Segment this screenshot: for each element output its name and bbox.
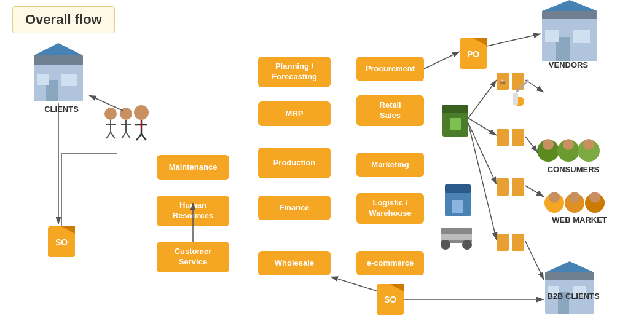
svg-rect-25 [48,226,75,257]
svg-point-53 [462,240,472,250]
svg-marker-4 [34,43,83,55]
svg-rect-58 [497,129,509,146]
svg-point-70 [544,193,564,213]
svg-rect-57 [512,73,524,90]
svg-text:SO: SO [384,295,396,304]
svg-line-17 [126,132,130,138]
wholesale-button[interactable]: Wholesale [258,251,331,275]
production-button[interactable]: Production [258,148,331,178]
svg-rect-34 [542,11,597,19]
svg-line-93 [525,241,544,280]
svg-rect-5 [46,80,58,101]
procurement-button[interactable]: Procurement [356,57,424,81]
customer-service-button[interactable]: CustomerService [157,242,229,272]
svg-line-42 [487,34,541,46]
svg-rect-6 [61,74,77,86]
svg-line-89 [468,123,497,240]
hr-button[interactable]: HumanResources [157,196,229,226]
svg-line-24 [89,95,123,111]
svg-rect-36 [556,37,570,61]
svg-line-16 [122,132,126,138]
page-title: Overall flow [25,12,102,28]
svg-point-18 [134,105,149,120]
svg-rect-33 [542,15,597,61]
svg-text:📦: 📦 [500,79,506,85]
svg-rect-2 [34,61,83,101]
svg-line-88 [468,123,497,184]
svg-rect-49 [445,184,471,193]
retail-sales-button[interactable]: RetailSales [356,95,424,126]
svg-line-11 [106,132,111,138]
svg-rect-61 [512,178,524,196]
svg-point-52 [441,240,450,250]
svg-line-12 [111,132,115,138]
svg-point-8 [104,108,117,120]
marketing-button[interactable]: Marketing [356,153,424,177]
svg-point-47 [514,97,524,106]
svg-rect-3 [34,55,83,65]
consumers-label: CONSUMERS [540,165,607,174]
svg-marker-41 [473,38,487,46]
svg-line-86 [468,118,497,135]
logistic-button[interactable]: Logistic /Warehouse [356,193,424,224]
svg-marker-27 [61,226,75,234]
svg-line-43 [424,52,460,69]
svg-rect-7 [37,74,49,85]
svg-point-68 [578,140,600,162]
svg-text:SO: SO [55,237,68,247]
mrp-button[interactable]: MRP [258,101,331,126]
svg-point-72 [565,193,584,213]
svg-rect-44 [442,111,468,137]
svg-point-64 [537,140,559,162]
svg-point-65 [543,139,554,150]
svg-line-91 [525,137,538,153]
maintenance-button[interactable]: Maintenance [157,155,229,180]
planning-forecasting-button[interactable]: Planning /Forecasting [258,57,331,87]
svg-rect-39 [460,38,487,69]
clients-label: CLIENTS [31,105,92,114]
svg-rect-50 [452,200,463,213]
svg-rect-54 [441,234,472,240]
svg-rect-63 [512,234,524,251]
title-box: Overall flow [12,6,115,33]
svg-line-22 [141,134,146,140]
svg-point-66 [557,140,579,162]
svg-marker-84 [390,284,404,291]
svg-point-67 [563,139,574,150]
svg-rect-95 [513,93,518,105]
svg-point-75 [589,192,600,203]
svg-rect-82 [377,284,404,315]
svg-rect-45 [442,105,468,113]
finance-button[interactable]: Finance [258,196,331,220]
b2bclients-label: B2B CLIENTS [540,291,607,301]
svg-rect-37 [573,30,590,43]
svg-rect-51 [441,228,472,243]
svg-marker-78 [545,261,594,272]
svg-marker-35 [542,0,597,11]
svg-rect-38 [545,30,559,42]
svg-rect-59 [512,129,524,146]
vendors-label: VENDORS [541,60,596,69]
svg-rect-60 [497,178,509,196]
svg-rect-48 [445,191,471,216]
svg-rect-77 [545,272,594,280]
svg-rect-46 [450,118,461,130]
webmarket-label: WEB MARKET [546,215,613,224]
svg-rect-55 [497,73,509,90]
svg-point-13 [120,108,132,120]
ecommerce-button[interactable]: e-commerce [356,251,424,275]
svg-line-87 [468,80,497,118]
svg-text:PO: PO [467,49,479,59]
svg-line-92 [525,186,544,197]
svg-point-73 [569,192,580,203]
svg-line-21 [136,134,141,140]
svg-point-74 [585,193,605,213]
svg-rect-62 [497,234,509,251]
svg-line-90 [525,80,544,92]
svg-line-32 [331,277,390,295]
svg-point-71 [549,192,560,203]
svg-line-94 [516,80,528,92]
svg-point-69 [583,139,594,150]
